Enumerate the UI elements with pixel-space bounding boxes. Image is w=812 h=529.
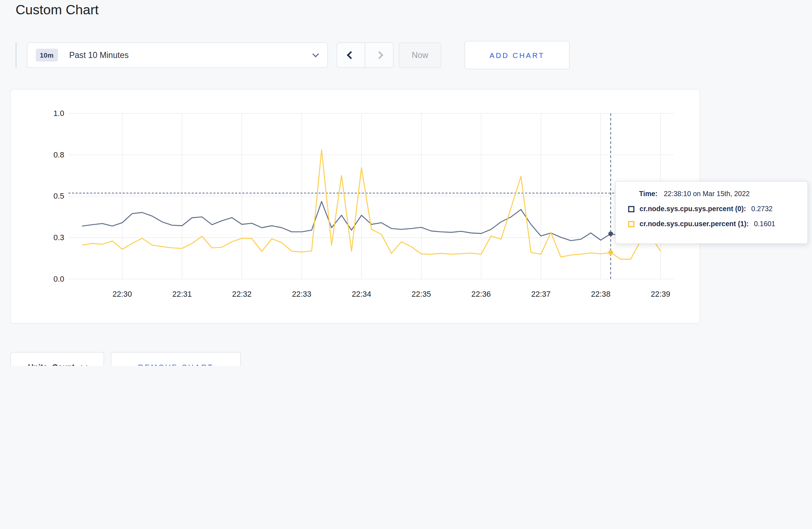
tooltip-series-value: 0.2732 (751, 204, 773, 214)
svg-text:1.0: 1.0 (53, 109, 64, 118)
remove-chart-button[interactable]: REMOVE CHART (111, 352, 241, 366)
chart-card: 0.00.30.50.81.022:3022:3122:3222:3322:34… (10, 89, 700, 324)
chevron-right-icon (375, 51, 383, 59)
svg-text:0.0: 0.0 (53, 275, 64, 283)
time-window-label: Past 10 Minutes (69, 50, 313, 60)
tooltip-series-name: cr.node.sys.cpu.user.percent (1): (639, 219, 749, 229)
now-button[interactable]: Now (399, 43, 441, 68)
time-window-badge: 10m (36, 49, 58, 62)
series-user-swatch-icon (628, 221, 634, 227)
tooltip-series-value: 0.1601 (754, 219, 775, 229)
svg-text:22:36: 22:36 (472, 290, 491, 299)
svg-text:22:39: 22:39 (651, 290, 670, 299)
time-back-button[interactable] (337, 43, 365, 67)
svg-text:22:30: 22:30 (112, 290, 132, 299)
svg-text:22:31: 22:31 (172, 290, 192, 299)
time-forward-button[interactable] (365, 43, 393, 67)
toolbar-divider (15, 43, 16, 68)
svg-text:22:34: 22:34 (352, 290, 371, 299)
svg-text:0.3: 0.3 (53, 233, 64, 242)
units-dropdown[interactable]: Units: Count (10, 352, 104, 366)
time-window-dropdown[interactable]: 10m Past 10 Minutes (27, 43, 328, 68)
tooltip-time-value: 22:38:10 on Mar 15th, 2022 (664, 190, 750, 198)
series-sys-swatch-icon (628, 206, 634, 212)
tooltip-time-label: Time: (639, 190, 658, 198)
page-title: Custom Chart (15, 2, 98, 18)
tooltip-series-row: cr.node.sys.cpu.sys.percent (0): 0.2732 (628, 204, 799, 214)
svg-text:22:35: 22:35 (412, 290, 431, 299)
tooltip-series-row: cr.node.sys.cpu.user.percent (1): 0.1601 (628, 219, 799, 229)
units-label: Units: Count (28, 362, 74, 366)
tooltip-series-name: cr.node.sys.cpu.sys.percent (0): (639, 204, 746, 214)
chevron-down-icon (81, 363, 87, 366)
svg-text:22:37: 22:37 (531, 290, 551, 299)
svg-text:22:38: 22:38 (591, 290, 610, 299)
chart-tooltip: Time:22:38:10 on Mar 15th, 2022 cr.node.… (615, 181, 808, 244)
svg-text:22:32: 22:32 (232, 290, 251, 299)
add-chart-button[interactable]: ADD CHART (464, 41, 570, 69)
tooltip-time-row: Time:22:38:10 on Mar 15th, 2022 (639, 188, 799, 199)
chevron-left-icon (347, 51, 355, 59)
chevron-down-icon (312, 51, 319, 57)
svg-text:0.8: 0.8 (53, 150, 64, 159)
cpu-usage-chart[interactable]: 0.00.30.50.81.022:3022:3122:3222:3322:34… (11, 89, 701, 324)
custom-chart-page: Custom Chart 10m Past 10 Minutes Now ADD… (0, 0, 812, 366)
svg-text:22:33: 22:33 (292, 290, 311, 299)
time-nav-group (337, 43, 393, 68)
svg-text:0.5: 0.5 (53, 191, 64, 200)
